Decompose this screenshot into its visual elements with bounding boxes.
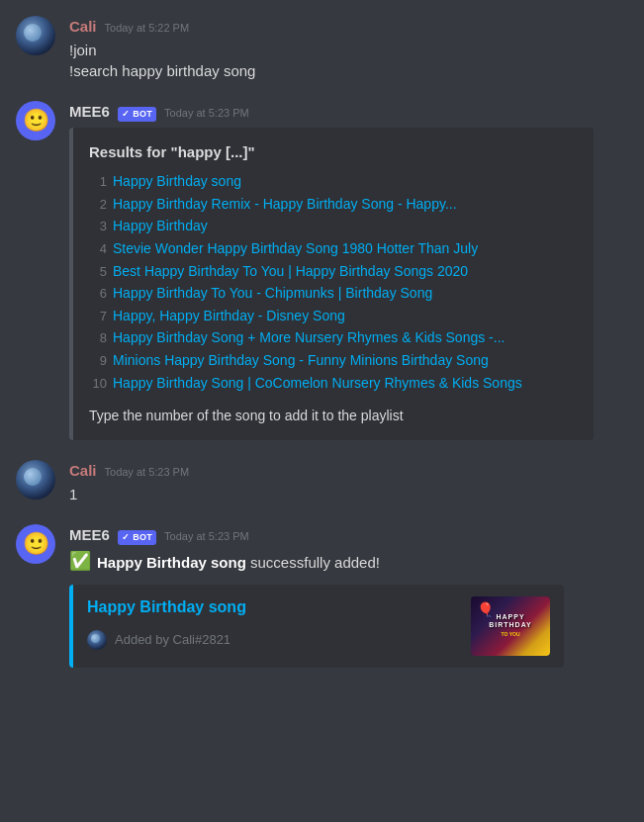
list-item: 3 Happy Birthday — [89, 217, 578, 236]
bot-label: BOT — [133, 531, 152, 544]
song-link[interactable]: Happy Birthday Song + More Nursery Rhyme… — [113, 328, 505, 348]
timestamp: Today at 5:23 PM — [164, 106, 249, 121]
timestamp: Today at 5:22 PM — [105, 21, 190, 36]
message-text: 1 — [69, 485, 628, 505]
list-item: 2 Happy Birthday Remix - Happy Birthday … — [89, 195, 578, 215]
mee6-face-icon: 🙂 — [23, 529, 49, 560]
song-number: 5 — [89, 262, 107, 281]
timestamp: Today at 5:23 PM — [105, 465, 190, 480]
list-item: 10 Happy Birthday Song | CoComelon Nurse… — [89, 374, 578, 394]
success-message: ✅ Happy Birthday song successfully added… — [69, 549, 628, 574]
avatar — [16, 16, 55, 55]
success-text: Happy Birthday song successfully added! — [97, 552, 380, 573]
username: MEE6 — [69, 101, 110, 122]
song-link[interactable]: Happy Birthday song — [113, 172, 241, 192]
avatar: 🙂 — [16, 101, 55, 140]
message-content: Cali Today at 5:22 PM !join !search happ… — [69, 16, 628, 81]
embed-footer: Type the number of the song to add it to… — [89, 407, 578, 426]
song-number: 8 — [89, 328, 107, 347]
message-header: MEE6 ✓ BOT Today at 5:23 PM — [69, 524, 628, 545]
thumbnail-subtitle: TO YOU — [502, 631, 520, 638]
timestamp: Today at 5:23 PM — [164, 529, 249, 544]
message-content: MEE6 ✓ BOT Today at 5:23 PM Results for … — [69, 101, 628, 440]
song-link[interactable]: Best Happy Birthday To You | Happy Birth… — [113, 262, 468, 282]
list-item: 4 Stevie Wonder Happy Birthday Song 1980… — [89, 239, 578, 259]
song-number: 4 — [89, 239, 107, 258]
bot-badge: ✓ BOT — [118, 530, 156, 545]
list-item: 9 Minions Happy Birthday Song - Funny Mi… — [89, 351, 578, 371]
list-item: 6 Happy Birthday To You - Chipmunks | Bi… — [89, 284, 578, 304]
added-by: Added by Cali#2821 — [87, 630, 457, 650]
message-header: MEE6 ✓ BOT Today at 5:23 PM — [69, 101, 628, 122]
bot-badge: ✓ BOT — [118, 107, 156, 122]
bot-label: BOT — [133, 108, 152, 121]
username: Cali — [69, 460, 97, 481]
list-item: 7 Happy, Happy Birthday - Disney Song — [89, 307, 578, 326]
message-content: MEE6 ✓ BOT Today at 5:23 PM ✅ Happy Birt… — [69, 524, 628, 667]
song-link[interactable]: Stevie Wonder Happy Birthday Song 1980 H… — [113, 239, 478, 259]
song-link[interactable]: Happy Birthday Song | CoComelon Nursery … — [113, 374, 522, 394]
list-item: 5 Best Happy Birthday To You | Happy Bir… — [89, 262, 578, 282]
mee6-face-icon: 🙂 — [23, 106, 49, 137]
checkmark-icon: ✓ — [122, 108, 130, 121]
list-item: 8 Happy Birthday Song + More Nursery Rhy… — [89, 328, 578, 348]
song-preview-inner: Happy Birthday song Added by Cali#2821 🎈… — [87, 596, 550, 656]
avatar — [16, 460, 55, 500]
song-link[interactable]: Happy Birthday — [113, 217, 208, 236]
thumbnail-visual: 🎈 HAPPYBIRTHDAY TO YOU — [471, 596, 550, 656]
message-content: Cali Today at 5:23 PM 1 — [69, 460, 628, 505]
song-preview-thumbnail: 🎈 HAPPYBIRTHDAY TO YOU — [471, 596, 550, 656]
song-link[interactable]: Happy, Happy Birthday - Disney Song — [113, 307, 345, 326]
username: Cali — [69, 16, 97, 37]
message-text: !join — [69, 41, 628, 61]
message-group-2: 🙂 MEE6 ✓ BOT Today at 5:23 PM Results fo… — [0, 85, 644, 444]
message-header: Cali Today at 5:23 PM — [69, 460, 628, 481]
song-number: 2 — [89, 195, 107, 214]
message-group-1: Cali Today at 5:22 PM !join !search happ… — [0, 0, 644, 85]
username: MEE6 — [69, 524, 110, 545]
list-item: 1 Happy Birthday song — [89, 172, 578, 192]
added-by-avatar — [87, 630, 107, 650]
song-number: 7 — [89, 307, 107, 325]
embed-title: Results for "happy [...]" — [89, 141, 578, 162]
avatar: 🙂 — [16, 524, 55, 564]
message-group-3: Cali Today at 5:23 PM 1 — [0, 444, 644, 509]
song-link[interactable]: Minions Happy Birthday Song - Funny Mini… — [113, 351, 489, 371]
song-number: 1 — [89, 172, 107, 191]
added-by-text: Added by Cali#2821 — [115, 631, 230, 649]
song-number: 6 — [89, 284, 107, 303]
song-added-name: Happy Birthday song — [97, 554, 246, 571]
song-list: 1 Happy Birthday song 2 Happy Birthday R… — [89, 172, 578, 393]
song-preview-info: Happy Birthday song Added by Cali#2821 — [87, 596, 457, 650]
song-number: 9 — [89, 351, 107, 370]
song-link[interactable]: Happy Birthday To You - Chipmunks | Birt… — [113, 284, 432, 304]
song-preview-embed: Happy Birthday song Added by Cali#2821 🎈… — [69, 585, 564, 668]
song-number: 3 — [89, 217, 107, 235]
song-number: 10 — [89, 374, 107, 393]
thumbnail-text: HAPPYBIRTHDAY — [489, 613, 532, 630]
checkmark-icon: ✓ — [122, 531, 130, 544]
bot-embed: Results for "happy [...]" 1 Happy Birthd… — [69, 128, 594, 440]
message-header: Cali Today at 5:22 PM — [69, 16, 628, 37]
song-preview-title: Happy Birthday song — [87, 596, 457, 618]
success-checkmark-icon: ✅ — [69, 549, 91, 574]
song-link[interactable]: Happy Birthday Remix - Happy Birthday So… — [113, 195, 457, 215]
message-text-2: !search happy birthday song — [69, 61, 628, 82]
message-group-4: 🙂 MEE6 ✓ BOT Today at 5:23 PM ✅ Happy Bi… — [0, 508, 644, 671]
success-suffix: successfully added! — [246, 554, 380, 571]
